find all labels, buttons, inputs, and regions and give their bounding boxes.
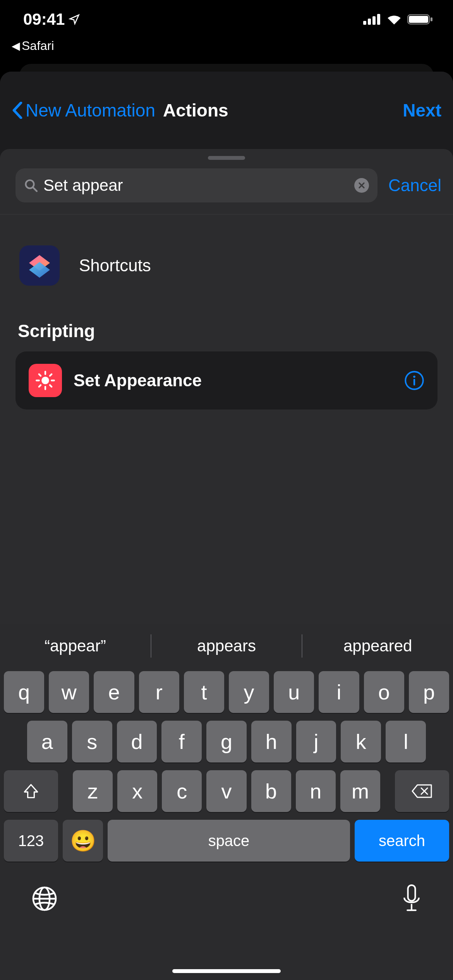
next-button[interactable]: Next: [403, 100, 441, 121]
key-s[interactable]: s: [72, 721, 112, 762]
key-o[interactable]: o: [364, 671, 404, 713]
key-g[interactable]: g: [206, 721, 247, 762]
app-label: Shortcuts: [79, 256, 151, 275]
mic-icon[interactable]: [401, 884, 422, 913]
key-e[interactable]: e: [94, 671, 134, 713]
svg-rect-0: [363, 21, 366, 25]
key-m[interactable]: m: [340, 770, 380, 812]
key-123[interactable]: 123: [4, 820, 58, 862]
svg-line-14: [39, 374, 41, 376]
suggestion-2[interactable]: appears: [151, 637, 302, 655]
action-set-appearance[interactable]: Set Appearance: [15, 351, 438, 409]
status-bar: 09:41: [0, 0, 453, 39]
action-label: Set Appearance: [74, 371, 393, 390]
suggestion-3[interactable]: appeared: [302, 637, 453, 655]
emoji-icon: 😀: [70, 829, 96, 853]
key-c[interactable]: c: [162, 770, 202, 812]
status-time: 09:41: [23, 10, 65, 29]
back-button[interactable]: New Automation: [12, 100, 155, 121]
key-a[interactable]: a: [27, 721, 67, 762]
svg-rect-6: [431, 17, 432, 21]
key-l[interactable]: l: [386, 721, 426, 762]
key-z[interactable]: z: [73, 770, 113, 812]
key-f[interactable]: f: [161, 721, 202, 762]
cellular-signal-icon: [363, 14, 381, 25]
svg-rect-20: [414, 379, 415, 385]
chevron-left-icon: [12, 102, 23, 119]
breadcrumb-caret-icon: ◀: [12, 39, 20, 52]
key-emoji[interactable]: 😀: [63, 820, 103, 862]
svg-rect-2: [372, 16, 376, 25]
page-title: Actions: [163, 100, 228, 121]
key-n[interactable]: n: [296, 770, 336, 812]
svg-rect-24: [408, 885, 415, 901]
nav-bar: New Automation Actions Next: [0, 72, 453, 149]
battery-icon: [407, 14, 434, 25]
svg-rect-1: [368, 19, 371, 25]
sheet-grabber[interactable]: [208, 156, 245, 160]
key-p[interactable]: p: [409, 671, 449, 713]
x-icon: [358, 182, 365, 189]
back-label: New Automation: [26, 100, 155, 121]
location-icon: [69, 14, 80, 25]
key-x[interactable]: x: [117, 770, 157, 812]
breadcrumb[interactable]: ◀ Safari: [0, 39, 453, 53]
key-q[interactable]: q: [4, 671, 44, 713]
search-input[interactable]: Set appear: [15, 168, 378, 202]
suggestion-1[interactable]: “appear”: [0, 637, 151, 655]
svg-line-17: [50, 374, 51, 376]
clear-search-button[interactable]: [354, 178, 369, 193]
svg-line-8: [33, 187, 37, 192]
breadcrumb-label: Safari: [22, 39, 54, 53]
key-b[interactable]: b: [251, 770, 291, 812]
wifi-icon: [386, 14, 403, 25]
key-k[interactable]: k: [341, 721, 381, 762]
brightness-icon: [29, 364, 62, 397]
key-space[interactable]: space: [108, 820, 350, 862]
key-j[interactable]: j: [296, 721, 336, 762]
cancel-button[interactable]: Cancel: [388, 176, 441, 195]
keyboard: “appear” appears appeared q w e r t y u …: [0, 624, 453, 980]
svg-rect-3: [377, 14, 380, 25]
svg-line-16: [39, 385, 41, 387]
key-y[interactable]: y: [229, 671, 269, 713]
search-value: Set appear: [43, 176, 349, 195]
info-icon[interactable]: [404, 370, 424, 391]
key-t[interactable]: t: [184, 671, 224, 713]
shift-icon: [22, 782, 40, 800]
keyboard-suggestions: “appear” appears appeared: [0, 624, 453, 668]
key-r[interactable]: r: [139, 671, 179, 713]
key-i[interactable]: i: [319, 671, 359, 713]
key-search[interactable]: search: [355, 820, 449, 862]
globe-icon[interactable]: [31, 885, 58, 912]
key-v[interactable]: v: [206, 770, 246, 812]
key-u[interactable]: u: [274, 671, 314, 713]
delete-icon: [411, 783, 433, 799]
key-d[interactable]: d: [117, 721, 157, 762]
svg-point-9: [41, 377, 49, 384]
app-filter-shortcuts[interactable]: Shortcuts: [15, 242, 438, 309]
section-header-scripting: Scripting: [15, 309, 438, 351]
shortcuts-app-icon: [19, 245, 60, 286]
svg-line-15: [50, 385, 51, 387]
key-shift[interactable]: [4, 770, 58, 812]
svg-rect-5: [409, 16, 428, 23]
home-indicator[interactable]: [172, 969, 281, 973]
key-delete[interactable]: [395, 770, 449, 812]
key-h[interactable]: h: [251, 721, 292, 762]
svg-point-19: [413, 375, 415, 378]
search-icon: [24, 178, 38, 192]
key-w[interactable]: w: [49, 671, 89, 713]
